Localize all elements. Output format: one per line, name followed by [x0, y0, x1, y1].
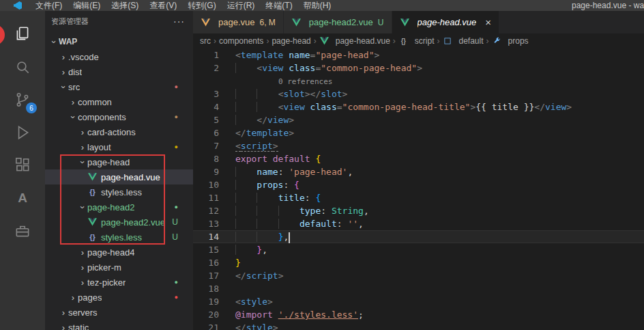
code-token: "page-head"	[315, 50, 374, 60]
code-token: type	[299, 206, 321, 216]
run-debug-button[interactable]	[0, 116, 45, 149]
code-line-15[interactable]: 15 },	[193, 243, 644, 256]
code-line-9[interactable]: 9 name: 'page-head',	[193, 165, 644, 178]
tree-item-label: components	[78, 112, 126, 122]
codelens-references[interactable]: 0 references	[278, 77, 332, 86]
breadcrumb-default[interactable]: default	[443, 36, 484, 46]
breadcrumb-src[interactable]: src	[200, 36, 211, 46]
code-token: ,	[358, 219, 364, 229]
code-line-3[interactable]: 3 <slot></slot>	[193, 87, 644, 100]
line-number: 9	[193, 165, 219, 178]
tree-item-pages[interactable]: ›pages●	[45, 290, 193, 305]
code-line-11[interactable]: 11 title: {	[193, 191, 644, 204]
code-line-6[interactable]: 6</template>	[193, 126, 644, 139]
breadcrumb-script[interactable]: {}script	[398, 36, 435, 46]
menu-item-终端-t-[interactable]: 终端(T)	[260, 0, 297, 11]
braces-file-icon: {}	[87, 188, 98, 196]
tree-item-card-actions[interactable]: ›card-actions	[45, 124, 193, 139]
tree-item-page-head2[interactable]: ›page-head2●	[45, 200, 193, 215]
code-line-12[interactable]: 12 type: String,	[193, 204, 644, 217]
more-actions-icon[interactable]: ···	[173, 16, 185, 27]
breadcrumb-label: components	[219, 36, 263, 46]
code-token: ''	[347, 219, 358, 229]
code-line-21[interactable]: 21</style>	[193, 321, 644, 330]
code-line-17[interactable]: 17</script>	[193, 269, 644, 282]
close-icon[interactable]: ×	[485, 17, 491, 27]
tree-item-layout[interactable]: ›layout●	[45, 139, 193, 154]
breadcrumb-props[interactable]: props	[492, 36, 529, 46]
tab-bar: page.vue6, Mpage-head2.vueUpage-head.vue…	[193, 11, 644, 33]
extension-a-button[interactable]: A	[0, 182, 45, 215]
indent-guide	[235, 63, 257, 73]
code-token: 'page-head'	[289, 167, 347, 177]
tree-item-servers[interactable]: ›servers	[45, 305, 193, 320]
scm-count-badge: 6	[26, 102, 37, 113]
editor-code[interactable]: 1<template name="page-head">2 <view clas…	[193, 49, 644, 330]
tree-item-picker-m[interactable]: ›picker-m	[45, 260, 193, 275]
code-line-19[interactable]: 19<style>	[193, 295, 644, 308]
indent-guide	[235, 180, 257, 190]
tree-item-components[interactable]: ›components●	[45, 109, 193, 124]
tree-item-dist[interactable]: ›dist	[45, 64, 193, 79]
code-token: :	[321, 206, 332, 216]
menu-item-转到-g-[interactable]: 转到(G)	[182, 0, 221, 11]
menu-item-编辑-e-[interactable]: 编辑(E)	[68, 0, 106, 11]
tree-item-page-head4[interactable]: ›page-head4	[45, 245, 193, 260]
breadcrumb-components[interactable]: components	[219, 36, 263, 46]
code-token: >	[273, 141, 278, 152]
code-token: default	[273, 154, 310, 164]
tree-item-common[interactable]: ›common	[45, 94, 193, 109]
tree-item--vscode[interactable]: ›.vscode	[45, 49, 193, 64]
tree-item-styles-less[interactable]: {}styles.less	[45, 184, 193, 200]
code-token: <	[235, 141, 241, 152]
search-button[interactable]	[0, 51, 45, 83]
toolbox-button[interactable]	[0, 215, 45, 247]
code-line-18[interactable]: 18	[193, 282, 644, 295]
tree-item-styles-less[interactable]: {}styles.lessU	[45, 230, 193, 245]
code-token: ,	[283, 232, 289, 242]
tree-item-page-head2-vue[interactable]: page-head2.vueU	[45, 215, 193, 230]
tab-page-vue[interactable]: page.vue6, M	[193, 11, 284, 33]
tree-item-label: WAP	[59, 37, 77, 46]
tree-item-label: page-head.vue	[101, 172, 160, 182]
menu-item-选择-s-[interactable]: 选择(S)	[106, 0, 144, 11]
sidebar-title: 资源管理器	[51, 16, 89, 27]
menu-item-运行-r-[interactable]: 运行(R)	[222, 0, 261, 11]
code-line-14[interactable]: 14 },	[193, 230, 644, 243]
code-line-7[interactable]: 7<script>	[193, 139, 644, 152]
vue-file-icon	[87, 218, 98, 226]
code-line-5[interactable]: 5 </view>	[193, 113, 644, 126]
code-line-2[interactable]: 2 <view class="common-page-head">	[193, 61, 644, 74]
code-line-10[interactable]: 10 props: {	[193, 178, 644, 191]
tree-item-label: common	[78, 97, 112, 107]
tree-item-static[interactable]: ›static	[45, 320, 193, 330]
tree-item-src[interactable]: ›src●	[45, 79, 193, 94]
code-token: view	[267, 115, 289, 125]
tree-item-wap[interactable]: ›WAP	[45, 34, 193, 49]
menu-item-查看-v-[interactable]: 查看(V)	[144, 0, 182, 11]
code-token: }	[257, 245, 262, 255]
tree-item-page-head-vue[interactable]: page-head.vue	[45, 169, 193, 184]
code-line-8[interactable]: 8export default {	[193, 152, 644, 165]
code-line-13[interactable]: 13 default: '',	[193, 217, 644, 230]
tab-page-head2-vue[interactable]: page-head2.vueU	[284, 11, 392, 33]
source-control-button[interactable]: 6	[0, 83, 45, 116]
tree-item-label: dist	[68, 67, 82, 77]
code-line-1[interactable]: 1<template name="page-head">	[193, 49, 644, 61]
tree-item-tez-picker[interactable]: ›tez-picker●	[45, 275, 193, 290]
tab-page-head-vue[interactable]: page-head.vue×	[392, 11, 500, 33]
breadcrumb-label: default	[459, 36, 484, 46]
tree-item-label: styles.less	[101, 187, 142, 197]
code-line-4[interactable]: 4 <view class="common-page-head-title">{…	[193, 100, 644, 113]
explorer-button[interactable]	[0, 18, 45, 51]
breadcrumb-page-head[interactable]: page-head	[272, 36, 310, 46]
code-line-16[interactable]: 16}	[193, 256, 644, 269]
extensions-button[interactable]	[0, 149, 45, 182]
breadcrumb-page-head-vue[interactable]: page-head.vue	[319, 36, 390, 46]
git-status-dot-icon: ●	[175, 204, 178, 210]
code-token: class	[289, 63, 315, 73]
menu-item-帮助-h-[interactable]: 帮助(H)	[298, 0, 337, 11]
menu-item-文件-f-[interactable]: 文件(F)	[30, 0, 68, 11]
tree-item-page-head[interactable]: ›page-head	[45, 154, 193, 169]
code-line-20[interactable]: 20@import './styles.less';	[193, 308, 644, 321]
